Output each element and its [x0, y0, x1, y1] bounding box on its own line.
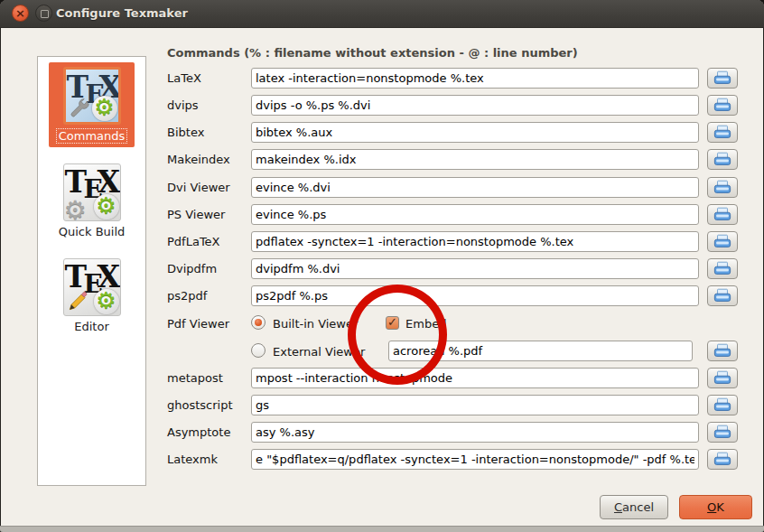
external-viewer-command-input[interactable] [388, 341, 693, 361]
ok-button-label: OK [680, 496, 751, 518]
field-label: ps2pdf [167, 285, 207, 306]
gear-icon: ⚙ [94, 289, 119, 314]
cancel-button[interactable]: Cancel [600, 495, 668, 519]
printer-icon [713, 452, 731, 467]
field-label: Bibtex [167, 122, 204, 143]
embed-label[interactable]: Embed [405, 317, 446, 331]
printer-icon [713, 343, 731, 359]
printer-icon [713, 425, 731, 440]
browse-ps-viewer-button[interactable] [707, 204, 738, 225]
field-label: dvips [167, 95, 199, 116]
dvips-command-input[interactable] [251, 95, 699, 116]
browse-latexmk-button[interactable] [707, 449, 738, 470]
sidebar-item-label: Quick Build [59, 225, 126, 238]
field-label: metapost [167, 368, 223, 388]
sidebar-item-quick-build[interactable]: T E X ⚙ ⚙ Quick Build [51, 159, 133, 242]
browse-asymptote-button[interactable] [707, 422, 738, 443]
browse-makeindex-button[interactable] [707, 149, 738, 170]
settings-category-list: T E X ⚙ Commands T E X ⚙ ⚙ Quick Build [37, 56, 146, 486]
printer-icon [713, 397, 731, 413]
printer-icon [713, 207, 731, 222]
ok-button[interactable]: OK [679, 495, 752, 519]
printer-icon [713, 152, 731, 167]
printer-icon [713, 180, 731, 195]
makeindex-command-input[interactable] [251, 149, 699, 170]
pdflatex-command-input[interactable] [251, 231, 699, 252]
tex-commands-icon: T E X ⚙ [63, 67, 121, 125]
checkmark-icon: ✓ [387, 315, 397, 329]
field-label: Latexmk [167, 449, 218, 470]
builtin-viewer-label[interactable]: Built-in Viewer [273, 317, 358, 331]
sidebar-item-label: Editor [74, 320, 108, 333]
configure-texmaker-dialog: × Configure Texmaker T E X ⚙ Commands T … [0, 0, 764, 532]
printer-icon [713, 70, 731, 86]
printer-icon [713, 288, 731, 303]
field-label: PS Viewer [167, 204, 225, 225]
window-close-button[interactable]: × [12, 5, 29, 22]
builtin-viewer-radio[interactable] [251, 315, 266, 330]
printer-icon [713, 370, 731, 386]
field-label: LaTeX [167, 68, 201, 89]
window-title: Configure Texmaker [56, 0, 188, 27]
field-label: ghostscript [167, 395, 233, 415]
field-label: Makeindex [167, 149, 230, 170]
sidebar-item-label: Commands [56, 128, 128, 144]
browse-dvips-button[interactable] [707, 95, 738, 116]
tex-editor-icon: T E X ⚙ [63, 258, 121, 316]
sidebar-item-editor[interactable]: T E X ⚙ Editor [56, 254, 128, 337]
close-icon: × [13, 5, 28, 21]
dvi-viewer-command-input[interactable] [251, 177, 699, 198]
printer-icon [713, 234, 731, 249]
pencil-icon [66, 290, 89, 313]
field-label: Asymptote [167, 422, 230, 443]
browse-bibtex-button[interactable] [707, 122, 738, 143]
printer-icon [713, 261, 731, 276]
wrench-icon [68, 97, 91, 120]
field-label: Dvipdfm [167, 258, 217, 279]
maximize-icon [41, 10, 49, 18]
printer-icon [713, 98, 731, 113]
latexmk-command-input[interactable] [251, 449, 699, 470]
metapost-command-input[interactable] [251, 368, 699, 388]
commands-group-title: Commands (% : filename without extension… [167, 46, 578, 60]
field-label: PdfLaTeX [167, 231, 220, 252]
asymptote-command-input[interactable] [251, 422, 699, 443]
window-bottom-edge [0, 526, 764, 532]
ps-viewer-command-input[interactable] [251, 204, 699, 225]
gear-icon: ⚙ [92, 96, 117, 121]
browse-dvi-viewer-button[interactable] [707, 177, 738, 198]
titlebar[interactable]: × Configure Texmaker [0, 0, 764, 28]
browse-latex-button[interactable] [707, 68, 738, 89]
browse-ghostscript-button[interactable] [707, 395, 738, 415]
cancel-button-label: Cancel [601, 496, 667, 518]
browse-ps2pdf-button[interactable] [707, 285, 738, 306]
window-maximize-button[interactable] [35, 5, 52, 22]
gear-icon: ⚙ [94, 194, 119, 219]
bibtex-command-input[interactable] [251, 122, 699, 143]
external-viewer-label[interactable]: External Viewer [273, 345, 365, 359]
latex-command-input[interactable] [251, 68, 699, 89]
external-viewer-radio[interactable] [251, 343, 266, 358]
ps2pdf-command-input[interactable] [251, 285, 699, 306]
browse-pdflatex-button[interactable] [707, 231, 738, 252]
gear-gray-icon: ⚙ [64, 198, 87, 221]
tex-quickbuild-icon: T E X ⚙ ⚙ [63, 163, 121, 221]
sidebar-item-commands[interactable]: T E X ⚙ Commands [49, 62, 135, 147]
browse-external-viewer-button[interactable] [707, 341, 738, 361]
dvipdfm-command-input[interactable] [251, 258, 699, 279]
embed-checkbox[interactable]: ✓ [386, 316, 399, 330]
browse-metapost-button[interactable] [707, 368, 738, 388]
field-label: Dvi Viewer [167, 177, 230, 198]
field-label: Pdf Viewer [167, 317, 229, 331]
ghostscript-command-input[interactable] [251, 395, 699, 415]
printer-icon [713, 125, 731, 140]
browse-dvipdfm-button[interactable] [707, 258, 738, 279]
